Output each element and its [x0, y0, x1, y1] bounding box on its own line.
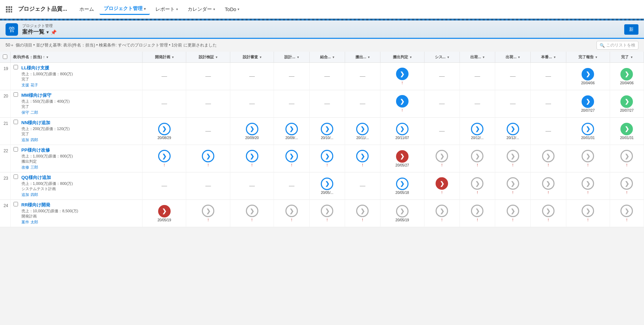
stage-button[interactable]: ❯ — [542, 205, 555, 217]
stage-button[interactable]: ❯ — [542, 177, 555, 190]
stage-button[interactable]: ❯ — [396, 150, 409, 163]
stage-button[interactable]: ❯ — [202, 150, 214, 162]
stage-button[interactable]: ❯ — [321, 205, 333, 217]
stage-button[interactable]: — — [439, 128, 445, 134]
stage-button[interactable]: — — [249, 101, 255, 107]
stage-button[interactable]: ❯ — [158, 123, 171, 135]
stage-button[interactable]: ❯ — [436, 150, 448, 162]
nav-calendar[interactable]: カレンダー ▾ — [183, 4, 219, 15]
stage-button[interactable]: ❯ — [396, 95, 409, 108]
stage-button[interactable]: ❯ — [582, 123, 594, 135]
nav-todo[interactable]: ToDo ▾ — [221, 5, 243, 14]
stage-button[interactable]: ❯ — [246, 123, 258, 135]
stage-button[interactable]: ❯ — [507, 177, 519, 190]
stage-button[interactable]: — — [162, 101, 167, 107]
stage-button[interactable]: ❯ — [582, 95, 594, 108]
stage-button[interactable]: ❯ — [285, 205, 298, 217]
col-name[interactable]: 表示(件名：担当) ↑ ▾ — [10, 52, 143, 63]
stage-button[interactable]: ❯ — [285, 123, 298, 135]
stage-button[interactable]: ❯ — [582, 205, 594, 217]
stage-button[interactable]: ❯ — [620, 177, 633, 190]
nav-project-mgmt[interactable]: プロジェクト管理 ▾ — [100, 3, 150, 15]
project-tag[interactable]: 支援 — [22, 83, 29, 87]
stage-button[interactable]: — — [546, 128, 551, 134]
stage-button[interactable]: ❯ — [620, 123, 633, 135]
stage-button[interactable]: — — [546, 73, 551, 79]
stage-button[interactable]: — — [205, 128, 211, 134]
row-checkbox[interactable] — [14, 147, 18, 152]
stage-button[interactable]: — — [474, 101, 480, 107]
stage-button[interactable]: — — [205, 183, 211, 189]
stage-button[interactable]: ❯ — [620, 95, 633, 108]
project-tag[interactable]: 追加 — [22, 138, 29, 142]
stage-button[interactable]: ❯ — [471, 123, 483, 135]
stage-button[interactable]: ❯ — [542, 150, 555, 162]
nav-reports[interactable]: レポート ▾ — [151, 4, 182, 15]
stage-button[interactable]: ❯ — [285, 150, 298, 162]
stage-button[interactable]: — — [249, 183, 255, 189]
grid-icon[interactable] — [4, 5, 14, 14]
stage-button[interactable]: — — [360, 73, 365, 79]
stage-button[interactable]: — — [205, 73, 211, 79]
col-design-verify[interactable]: 設計検証 ▾ — [186, 52, 230, 63]
project-tag[interactable]: 追加 — [22, 193, 29, 197]
stage-button[interactable]: ❯ — [471, 150, 483, 162]
stage-button[interactable]: — — [249, 73, 255, 79]
stage-button[interactable]: ❯ — [158, 205, 171, 217]
row-checkbox[interactable] — [14, 92, 18, 97]
stage-button[interactable]: — — [360, 183, 365, 189]
project-tag[interactable]: 改修 — [22, 165, 29, 169]
col-deploy-decision[interactable]: 搬出判定 ▾ — [380, 52, 424, 63]
row-checkbox[interactable] — [14, 120, 18, 124]
row-checkbox[interactable] — [14, 65, 18, 69]
stage-button[interactable]: ❯ — [356, 123, 369, 135]
project-tag[interactable]: 二郎 — [31, 110, 38, 114]
stage-button[interactable]: ❯ — [582, 68, 594, 80]
row-checkbox[interactable] — [14, 202, 18, 206]
project-tag[interactable]: 太郎 — [31, 220, 38, 224]
stage-button[interactable]: ❯ — [396, 205, 409, 217]
stage-button[interactable]: — — [510, 101, 516, 107]
stage-button[interactable]: — — [510, 73, 516, 79]
stage-button[interactable]: — — [205, 101, 211, 107]
stage-button[interactable]: ❯ — [321, 123, 333, 135]
project-tag[interactable]: 四郎 — [31, 138, 38, 142]
col-design-other[interactable]: 設計... ▾ — [274, 52, 309, 63]
stage-button[interactable]: ❯ — [396, 68, 409, 80]
stage-button[interactable]: — — [324, 73, 330, 79]
project-tag[interactable]: 保守 — [22, 110, 29, 114]
col-complete[interactable]: 完了 ▾ — [610, 52, 644, 63]
col-system[interactable]: シス... ▾ — [424, 52, 460, 63]
stage-button[interactable]: ❯ — [582, 150, 594, 162]
stage-button[interactable]: ❯ — [507, 123, 519, 135]
project-name[interactable]: RR様向け開発 — [22, 202, 78, 208]
project-tag[interactable]: 四郎 — [31, 193, 38, 197]
project-name[interactable]: PP様向け改修 — [22, 147, 73, 153]
col-deploy[interactable]: 搬出... ▾ — [345, 52, 380, 63]
col-production[interactable]: 本番... ▾ — [531, 52, 566, 63]
stage-button[interactable]: ❯ — [356, 205, 369, 217]
col-design-review[interactable]: 設計審査 ▾ — [230, 52, 274, 63]
col-shipment2[interactable]: 出荷... ▾ — [495, 52, 531, 63]
stage-button[interactable]: ❯ — [436, 177, 448, 190]
stage-button[interactable]: — — [289, 73, 294, 79]
nav-home[interactable]: ホーム — [75, 4, 98, 15]
pin-icon[interactable]: 📌 — [51, 29, 57, 35]
stage-button[interactable]: — — [324, 101, 330, 107]
stage-button[interactable]: — — [439, 73, 445, 79]
stage-button[interactable]: ❯ — [321, 150, 333, 162]
stage-button[interactable]: ❯ — [620, 205, 633, 217]
col-shipment1[interactable]: 出荷... ▾ — [460, 52, 495, 63]
stage-button[interactable]: ❯ — [620, 150, 633, 162]
select-all-checkbox[interactable] — [3, 54, 7, 59]
stage-button[interactable]: ❯ — [246, 150, 258, 162]
project-name[interactable]: QQ様向け追加 — [22, 174, 73, 181]
stage-button[interactable]: ❯ — [620, 68, 633, 80]
project-tag[interactable]: 案件 — [22, 220, 29, 224]
row-checkbox[interactable] — [14, 174, 18, 179]
stage-button[interactable]: — — [474, 73, 480, 79]
stage-button[interactable]: — — [439, 101, 445, 107]
stage-button[interactable]: ❯ — [507, 150, 519, 162]
stage-button[interactable]: ❯ — [396, 123, 409, 135]
stage-button[interactable]: — — [289, 101, 294, 107]
